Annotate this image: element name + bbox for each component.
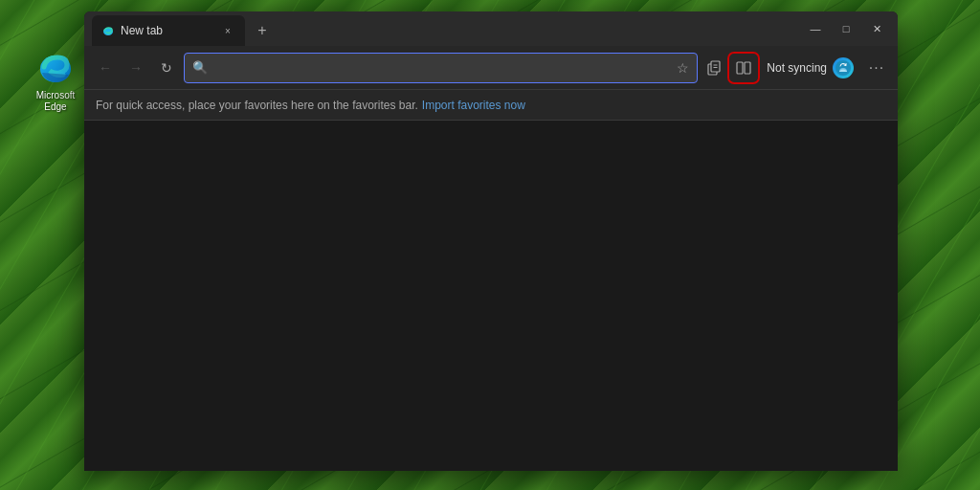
- more-options-icon: ···: [869, 59, 884, 77]
- forward-button[interactable]: →: [122, 55, 149, 81]
- new-tab-button[interactable]: +: [249, 17, 276, 44]
- search-icon: 🔍: [192, 60, 208, 75]
- title-bar: New tab × + — □ ✕: [84, 11, 898, 46]
- back-icon: ←: [99, 60, 112, 76]
- svg-rect-4: [711, 61, 720, 72]
- tab-title: New tab: [121, 24, 214, 37]
- edge-icon-label: Microsoft Edge: [27, 90, 84, 113]
- back-button[interactable]: ←: [92, 55, 119, 81]
- forward-icon: →: [129, 60, 143, 76]
- sync-avatar-icon: [835, 60, 851, 76]
- sync-avatar: [833, 57, 854, 78]
- edge-icon: [36, 48, 75, 86]
- browser-window: New tab × + — □ ✕ ← → ↻ 🔍 ☆: [84, 11, 898, 471]
- refresh-button[interactable]: ↻: [153, 55, 180, 81]
- sync-label: Not syncing: [767, 61, 827, 75]
- sync-button[interactable]: Not syncing: [759, 55, 861, 81]
- window-controls: — □ ✕: [802, 19, 890, 38]
- split-window-icon: [736, 60, 751, 76]
- tab-close-button[interactable]: ×: [220, 23, 235, 38]
- active-tab[interactable]: New tab ×: [92, 15, 245, 46]
- collections-button[interactable]: [702, 55, 728, 81]
- close-button[interactable]: ✕: [863, 19, 890, 38]
- desktop-edge-icon[interactable]: Microsoft Edge: [27, 48, 84, 113]
- favorites-star-icon[interactable]: ☆: [677, 60, 689, 76]
- collections-icon: [707, 60, 723, 76]
- svg-rect-8: [745, 62, 750, 74]
- split-window-button[interactable]: [730, 55, 757, 81]
- toolbar: ← → ↻ 🔍 ☆: [84, 46, 898, 90]
- maximize-button[interactable]: □: [833, 19, 859, 38]
- import-favorites-link[interactable]: Import favorites now: [422, 99, 525, 112]
- favorites-bar: For quick access, place your favorites h…: [84, 90, 898, 121]
- tab-favicon-icon: [101, 24, 115, 37]
- address-bar[interactable]: 🔍 ☆: [184, 53, 698, 83]
- toolbar-actions: Not syncing ···: [702, 55, 890, 81]
- content-area: [84, 121, 898, 471]
- more-options-button[interactable]: ···: [863, 55, 890, 81]
- minimize-button[interactable]: —: [802, 19, 829, 38]
- favorites-bar-text: For quick access, place your favorites h…: [96, 99, 418, 112]
- address-input[interactable]: [213, 60, 671, 75]
- svg-rect-7: [737, 62, 743, 74]
- refresh-icon: ↻: [161, 60, 172, 76]
